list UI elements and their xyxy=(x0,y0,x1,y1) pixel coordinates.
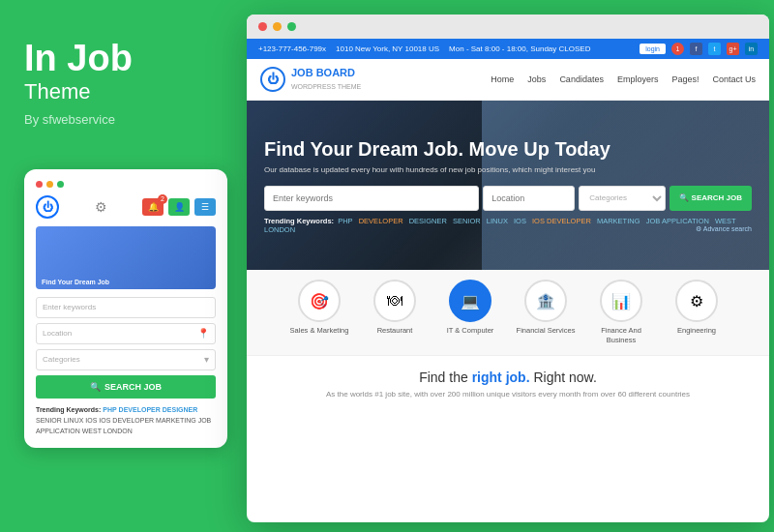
dot-red xyxy=(36,181,43,188)
site-topbar: +123-777-456-799x 1010 New York, NY 1001… xyxy=(247,39,769,59)
hero-search-bar: Categories 🔍 SEARCH JOB xyxy=(264,186,752,211)
nav-pages[interactable]: Pages! xyxy=(671,74,699,84)
financial-services-icon: 🏦 xyxy=(524,280,567,322)
nav-home[interactable]: Home xyxy=(491,74,514,84)
nav-candidates[interactable]: Candidates xyxy=(559,74,604,84)
mobile-logo: ⏻ xyxy=(36,195,59,219)
topbar-contact-info: +123-777-456-799x 1010 New York, NY 1001… xyxy=(258,44,590,53)
mobile-keywords-input[interactable]: Enter keywords xyxy=(36,297,216,318)
mobile-mockup: ⏻ ⚙ 🔔2 👤 ☰ Find Your Dream Job Enter key… xyxy=(24,169,227,449)
nav-contact[interactable]: Contact Us xyxy=(712,74,756,84)
it-computer-icon: 💻 xyxy=(449,280,491,322)
hours: Mon - Sat 8:00 - 18:00, Sunday CLOSED xyxy=(449,44,590,53)
mobile-action-icons: 🔔2 👤 ☰ xyxy=(142,198,216,216)
category-restaurant[interactable]: 🍽 Restaurant xyxy=(361,280,429,345)
keywords-placeholder: Enter keywords xyxy=(43,303,96,311)
hero-subtitle: Our database is updated every hour with … xyxy=(264,165,752,174)
cat-label-engineering: Engineering xyxy=(677,326,716,336)
address: 1010 New York, NY 10018 US xyxy=(336,44,439,53)
hero-keywords-input[interactable] xyxy=(264,186,479,211)
hero-location-input[interactable] xyxy=(483,186,575,211)
category-sales-marketing[interactable]: 🎯 Sales & Marketing xyxy=(285,280,353,345)
dot-green xyxy=(57,181,64,188)
mobile-window-dots xyxy=(36,181,216,188)
googleplus-icon[interactable]: g+ xyxy=(727,43,739,55)
gear-icon: ⚙ xyxy=(92,198,109,216)
login-button[interactable]: login xyxy=(640,44,666,54)
categories-section: 🎯 Sales & Marketing 🍽 Restaurant 💻 IT & … xyxy=(247,270,769,356)
nav-logo: ⏻ JOB BOARD WORDPRESS THEME xyxy=(260,67,361,92)
twitter-icon[interactable]: t xyxy=(708,43,721,55)
bottom-section: Find the right job. Right now. As the wo… xyxy=(247,356,769,412)
cat-label-finance: Finance And Business xyxy=(587,326,655,345)
hero-title: Find Your Dream Job. Move Up Today xyxy=(264,137,752,161)
search-icon: 🔍 xyxy=(90,382,101,392)
notification-badge[interactable]: 1 xyxy=(671,43,684,55)
hero-search-button[interactable]: 🔍 SEARCH JOB xyxy=(670,186,752,211)
hero-section: Find Your Dream Job. Move Up Today Our d… xyxy=(247,101,769,270)
engineering-icon: ⚙ xyxy=(675,280,718,322)
advance-search-link[interactable]: ⚙ Advance search xyxy=(696,225,752,233)
facebook-icon[interactable]: f xyxy=(690,43,702,55)
brand-title: In Job xyxy=(24,39,218,79)
category-it-computer[interactable]: 💻 IT & Computer xyxy=(436,280,504,345)
location-icon: 📍 xyxy=(197,328,209,339)
chrome-dot-green[interactable] xyxy=(287,22,296,31)
chrome-dot-yellow[interactable] xyxy=(273,22,282,31)
dot-yellow xyxy=(46,181,53,188)
finance-business-icon: 📊 xyxy=(600,280,642,322)
nav-jobs[interactable]: Jobs xyxy=(527,74,546,84)
trending-label: Trending Keywords: xyxy=(264,217,334,225)
cat-label-financial: Financial Services xyxy=(517,326,576,336)
categories-placeholder: Categories xyxy=(43,355,80,364)
topbar-actions: login 1 f t g+ in xyxy=(640,43,758,55)
brand-author: By sfwebservice xyxy=(24,112,218,127)
logo-circle-icon: ⏻ xyxy=(260,67,285,92)
mobile-hero-text: Find Your Dream Job xyxy=(42,279,109,285)
menu-icon[interactable]: ☰ xyxy=(194,198,216,216)
site-nav: ⏻ JOB BOARD WORDPRESS THEME Home Jobs Ca… xyxy=(247,59,769,101)
brand-subtitle: Theme xyxy=(24,79,218,104)
restaurant-icon: 🍽 xyxy=(373,280,416,322)
category-financial-services[interactable]: 🏦 Financial Services xyxy=(512,280,580,345)
logo-text: JOB BOARD WORDPRESS THEME xyxy=(291,67,361,92)
notification-badge: 2 xyxy=(158,194,167,204)
cat-label-it: IT & Computer xyxy=(447,326,494,336)
bottom-description: As the worlds #1 job site, with over 200… xyxy=(266,390,750,399)
browser-chrome xyxy=(247,15,769,39)
mobile-location-input[interactable]: Location 📍 xyxy=(36,323,216,344)
hero-categories-select[interactable]: Categories xyxy=(579,186,666,211)
mobile-topbar: ⏻ ⚙ 🔔2 👤 ☰ xyxy=(36,195,216,219)
mobile-search-button[interactable]: 🔍 SEARCH JOB xyxy=(36,375,216,399)
sales-marketing-icon: 🎯 xyxy=(298,280,341,322)
chrome-dot-red[interactable] xyxy=(258,22,267,31)
nav-links: Home Jobs Candidates Employers Pages! Co… xyxy=(491,74,756,84)
category-finance-business[interactable]: 📊 Finance And Business xyxy=(587,280,655,345)
mobile-hero-image: Find Your Dream Job xyxy=(36,226,216,289)
cat-label-restaurant: Restaurant xyxy=(377,326,413,336)
hero-trending-keywords: Trending Keywords: PHP DEVELOPER DESIGNE… xyxy=(264,217,752,234)
profile-icon[interactable]: 👤 xyxy=(168,198,190,216)
cat-label-sales: Sales & Marketing xyxy=(290,326,349,336)
browser-window: +123-777-456-799x 1010 New York, NY 1001… xyxy=(247,15,769,522)
category-engineering[interactable]: ⚙ Engineering xyxy=(663,280,730,345)
phone-number: +123-777-456-799x xyxy=(258,44,326,53)
bottom-title: Find the right job. Right now. xyxy=(266,369,750,385)
linkedin-icon[interactable]: in xyxy=(745,43,758,55)
dropdown-icon: ▾ xyxy=(204,354,209,365)
location-placeholder: Location xyxy=(43,329,72,338)
notification-icon[interactable]: 🔔2 xyxy=(142,198,164,216)
mobile-categories-input[interactable]: Categories ▾ xyxy=(36,349,216,370)
nav-employers[interactable]: Employers xyxy=(617,74,659,84)
left-panel: In Job Theme By sfwebservice ⏻ ⚙ 🔔2 👤 ☰ … xyxy=(0,0,242,532)
mobile-trending-keywords: Trending Keywords: PHP DEVELOPER DESIGNE… xyxy=(36,404,216,437)
